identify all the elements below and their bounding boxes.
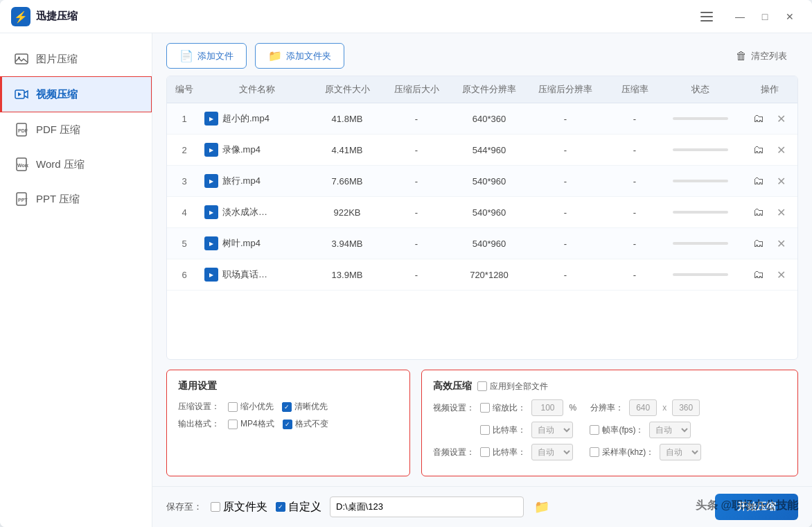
folder-action-icon-2[interactable]: 🗂: [750, 141, 767, 158]
svg-text:⚡: ⚡: [14, 10, 28, 24]
bitrate-select[interactable]: 自动: [531, 422, 573, 438]
shrink-label: 缩小优先: [240, 401, 274, 413]
sidebar-item-video[interactable]: 视频压缩: [0, 76, 152, 112]
toolbar: 📄 添加文件 📁 添加文件夹 🗑 清空列表: [152, 33, 812, 76]
window-controls: — □ ✕: [696, 6, 801, 28]
sample-rate-checkbox[interactable]: [590, 447, 599, 457]
clear-quality-label: 清晰优先: [294, 401, 328, 413]
app-logo-icon: ⚡: [11, 7, 30, 26]
shrink-checkbox[interactable]: [228, 402, 238, 412]
shrink-checkbox-item[interactable]: 缩小优先: [228, 401, 274, 413]
image-icon: [14, 51, 29, 67]
res-height-input[interactable]: [672, 399, 700, 416]
app-title: 迅捷压缩: [36, 10, 78, 23]
sidebar-label-pdf: PDF 压缩: [36, 123, 80, 137]
scale-checkbox[interactable]: [480, 403, 490, 413]
video-settings-row-2: 比特率： 自动 帧率(fps)： 自动: [433, 422, 786, 438]
sidebar-item-ppt[interactable]: PPT PPT 压缩: [0, 182, 152, 216]
sidebar-label-word: Word 压缩: [36, 158, 85, 171]
folder-action-icon-5[interactable]: 🗂: [750, 235, 767, 252]
audio-settings-label: 音频设置：: [433, 447, 475, 458]
maximize-button[interactable]: □: [754, 6, 776, 28]
res-sep: x: [662, 403, 667, 413]
add-file-button[interactable]: 📄 添加文件: [166, 43, 247, 69]
keep-format-checkbox[interactable]: [283, 420, 292, 429]
delete-action-icon-1[interactable]: ✕: [773, 110, 789, 127]
folder-action-icon-6[interactable]: 🗂: [750, 266, 767, 283]
save-path-input[interactable]: [330, 496, 524, 517]
audio-bitrate-select[interactable]: 自动: [531, 444, 573, 460]
table-body: 1 超小的.mp4 41.8MB - 640*360 - - 🗂: [167, 103, 797, 291]
custom-checkbox[interactable]: [276, 502, 285, 512]
audio-bitrate-checkbox[interactable]: [480, 447, 490, 457]
add-folder-button[interactable]: 📁 添加文件夹: [255, 43, 344, 69]
clear-quality-checkbox-item[interactable]: 清晰优先: [282, 401, 328, 413]
sample-rate-select[interactable]: 自动: [660, 444, 701, 460]
table-header: 编号 文件名称 原文件大小 压缩后大小 原文件分辨率 压缩后分辨率 压缩率 状态…: [167, 76, 797, 103]
sidebar-label-image: 图片压缩: [36, 53, 78, 66]
delete-action-icon-5[interactable]: ✕: [773, 235, 789, 252]
keep-format-checkbox-item[interactable]: 格式不变: [283, 418, 328, 430]
browse-folder-button[interactable]: 📁: [532, 497, 551, 517]
folder-action-icon-1[interactable]: 🗂: [750, 110, 767, 127]
pdf-icon: PDF: [14, 122, 29, 137]
sidebar-item-pdf[interactable]: PDF PDF 压缩: [0, 112, 152, 147]
clear-list-label: 清空列表: [751, 50, 787, 62]
delete-action-icon-4[interactable]: ✕: [773, 204, 789, 221]
clear-list-button[interactable]: 🗑 清空列表: [725, 44, 798, 68]
main-layout: 图片压缩 视频压缩 PDF PDF 压缩 Word Word 压缩: [0, 33, 812, 527]
video-file-icon-2: [204, 143, 218, 157]
trash-icon: 🗑: [736, 50, 747, 62]
minimize-button[interactable]: —: [729, 6, 751, 28]
fps-label: 帧率(fps)：: [602, 424, 644, 436]
cell-orig-res-1: 640*360: [451, 114, 527, 124]
close-button[interactable]: ✕: [779, 6, 801, 28]
cell-comp-size-1: -: [382, 114, 451, 124]
menu-button[interactable]: [696, 6, 718, 28]
clear-quality-checkbox[interactable]: [282, 402, 292, 412]
scale-input[interactable]: [531, 399, 563, 416]
apply-all-checkbox[interactable]: [477, 381, 487, 391]
table-row: 4 淡水成冰… 922KB - 540*960 - - 🗂: [167, 197, 797, 228]
custom-checkbox-item[interactable]: 自定义: [276, 500, 321, 515]
fps-checkbox[interactable]: [590, 425, 599, 435]
mp4-checkbox[interactable]: [228, 420, 238, 429]
delete-action-icon-2[interactable]: ✕: [773, 141, 789, 158]
apply-all-checkbox-item[interactable]: 应用到全部文件: [477, 381, 548, 392]
header-orig-size: 原文件大小: [312, 83, 382, 96]
start-compress-button[interactable]: 开始压缩: [715, 494, 798, 520]
orig-folder-checkbox[interactable]: [211, 502, 220, 512]
fps-checkbox-item[interactable]: 帧率(fps)：: [590, 424, 644, 436]
svg-text:PDF: PDF: [18, 128, 28, 133]
word-icon: Word: [14, 157, 29, 172]
sample-rate-checkbox-item[interactable]: 采样率(khz)：: [590, 447, 654, 458]
table-row: 2 录像.mp4 4.41MB - 544*960 - - 🗂: [167, 135, 797, 166]
fps-select[interactable]: 自动: [649, 422, 691, 438]
cell-name-6: 职场真话…: [202, 268, 312, 282]
folder-action-icon-4[interactable]: 🗂: [750, 204, 767, 221]
bitrate-checkbox-item[interactable]: 比特率：: [480, 424, 526, 436]
mp4-checkbox-item[interactable]: MP4格式: [228, 418, 274, 430]
header-comp-res: 压缩后分辨率: [527, 83, 603, 96]
cell-orig-size-2: 4.41MB: [312, 145, 382, 155]
orig-folder-checkbox-item[interactable]: 原文件夹: [211, 500, 267, 515]
sidebar-label-video: 视频压缩: [36, 88, 78, 101]
cell-name-2: 录像.mp4: [202, 143, 312, 157]
folder-action-icon-3[interactable]: 🗂: [750, 173, 767, 189]
sidebar-item-image[interactable]: 图片压缩: [0, 42, 152, 76]
bitrate-checkbox[interactable]: [480, 425, 490, 435]
scale-checkbox-item[interactable]: 缩放比：: [480, 402, 526, 414]
cell-comp-size-2: -: [382, 145, 451, 155]
cell-num-5: 5: [167, 239, 202, 249]
sidebar-item-word[interactable]: Word Word 压缩: [0, 147, 152, 182]
audio-bitrate-checkbox-item[interactable]: 比特率：: [480, 447, 526, 458]
video-file-icon-1: [204, 112, 218, 126]
delete-action-icon-6[interactable]: ✕: [773, 266, 789, 283]
cell-status-3: [666, 180, 735, 182]
save-to-label: 保存至：: [166, 501, 202, 513]
res-width-input[interactable]: [629, 399, 657, 416]
delete-action-icon-3[interactable]: ✕: [773, 173, 789, 189]
cell-orig-size-1: 41.8MB: [312, 114, 382, 124]
table-row: 6 职场真话… 13.9MB - 720*1280 - - 🗂: [167, 259, 797, 291]
cell-orig-res-4: 540*960: [451, 207, 527, 218]
